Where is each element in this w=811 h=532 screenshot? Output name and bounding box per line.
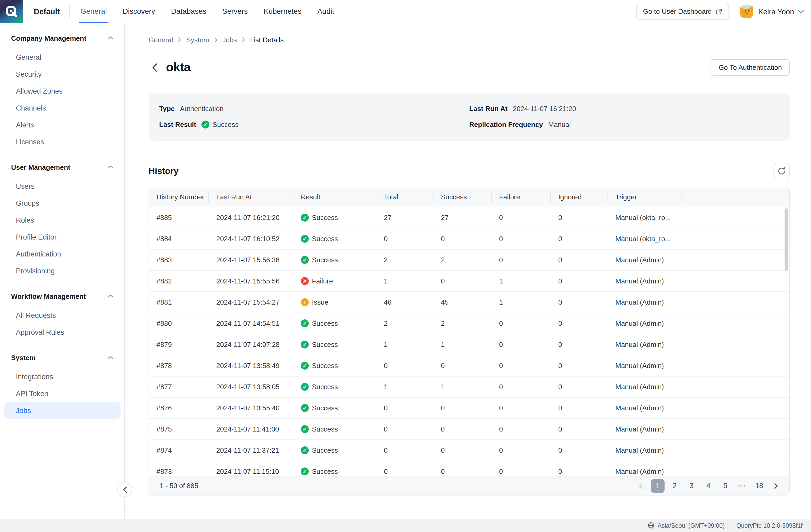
pagination-bar: 1 - 50 of 885 12345•••18 <box>149 476 789 495</box>
result-label: Success <box>312 362 338 370</box>
cell-trigger: Manual (Admin) <box>608 362 682 370</box>
table-row[interactable]: #8812024-11-07 15:54:27!Issue464510Manua… <box>149 292 789 313</box>
last-run-at-label: Last Run At <box>469 105 507 113</box>
tab-servers[interactable]: Servers <box>222 0 248 23</box>
cell-success: 2 <box>433 319 492 327</box>
cell-total: 0 <box>377 235 433 243</box>
sidebar-item-integrations[interactable]: Integrations <box>4 368 121 385</box>
cell-success: 45 <box>433 298 492 306</box>
pagination-page-3[interactable]: 3 <box>685 479 699 492</box>
pagination-page-2[interactable]: 2 <box>668 479 682 492</box>
table-row[interactable]: #8772024-11-07 13:58:05✓Success1100Manua… <box>149 377 789 398</box>
tab-audit[interactable]: Audit <box>317 0 334 23</box>
pagination-next-button[interactable] <box>769 479 783 492</box>
cell-history-number: #883 <box>149 256 209 264</box>
table-row[interactable]: #8792024-11-07 14:07:28✓Success1100Manua… <box>149 334 789 355</box>
success-check-icon: ✓ <box>201 121 209 128</box>
sidebar-item-users[interactable]: Users <box>4 178 121 195</box>
go-to-authentication-button[interactable]: Go To Authentication <box>711 59 790 76</box>
sidebar-item-allowed-zones[interactable]: Allowed Zones <box>4 82 121 100</box>
pagination-prev-button[interactable] <box>634 479 648 492</box>
chevron-up-icon <box>107 36 114 40</box>
success-status-icon: ✓ <box>301 383 309 391</box>
table-row[interactable]: #8752024-11-07 11:41:00✓Success0000Manua… <box>149 419 789 440</box>
sidebar-section-header-system[interactable]: System <box>0 352 124 363</box>
breadcrumb-item-system[interactable]: System <box>186 36 209 44</box>
table-scrollbar[interactable] <box>784 208 788 271</box>
result-label: Failure <box>312 277 333 285</box>
success-status-icon: ✓ <box>301 362 309 370</box>
sidebar-item-groups[interactable]: Groups <box>4 195 121 212</box>
sidebar-section-header-user-management[interactable]: User Management <box>0 162 124 172</box>
breadcrumb-item-general[interactable]: General <box>149 36 173 44</box>
go-to-user-dashboard-button[interactable]: Go to User Dashboard <box>636 3 729 19</box>
sidebar-section-company-management: Company ManagementGeneralSecurityAllowed… <box>0 33 124 150</box>
tab-kubernetes[interactable]: Kubernetes <box>263 0 301 23</box>
sidebar-item-profile-editor[interactable]: Profile Editor <box>4 228 121 245</box>
sidebar-collapse-button[interactable] <box>117 482 132 497</box>
cell-history-number: #881 <box>149 298 209 306</box>
back-button[interactable] <box>149 61 160 74</box>
cell-last-run-at: 2024-11-07 13:58:49 <box>209 362 293 370</box>
cell-failure: 0 <box>492 425 551 433</box>
table-row[interactable]: #8732024-11-07 11:15:10✓Success0000Manua… <box>149 461 789 476</box>
table-row[interactable]: #8762024-11-07 13:55:40✓Success0000Manua… <box>149 398 789 419</box>
sidebar-item-jobs[interactable]: Jobs <box>4 402 121 419</box>
cell-last-run-at: 2024-11-07 16:10:52 <box>209 235 293 243</box>
sidebar-item-security[interactable]: Security <box>4 65 121 82</box>
breadcrumb-item-jobs[interactable]: Jobs <box>222 36 237 44</box>
last-result-badge: ✓ Success <box>201 121 239 128</box>
cell-failure: 1 <box>492 298 551 306</box>
cell-history-number: #876 <box>149 404 209 412</box>
sidebar-item-general[interactable]: General <box>4 49 121 65</box>
nav-tabs: GeneralDiscoveryDatabasesServersKubernet… <box>80 0 350 23</box>
cell-ignored: 0 <box>551 319 608 327</box>
cell-failure: 0 <box>492 235 551 243</box>
table-row[interactable]: #8852024-11-07 16:21:20✓Success272700Man… <box>149 207 789 228</box>
pagination-page-18[interactable]: 18 <box>752 479 766 492</box>
pagination-page-1[interactable]: 1 <box>651 479 664 492</box>
table-row[interactable]: #8742024-11-07 11:37:21✓Success0000Manua… <box>149 440 789 461</box>
sidebar-item-all-requests[interactable]: All Requests <box>4 307 121 324</box>
tab-discovery[interactable]: Discovery <box>123 0 155 23</box>
pagination-page-5[interactable]: 5 <box>718 479 732 492</box>
cell-last-run-at: 2024-11-07 13:58:05 <box>209 383 293 391</box>
table-row[interactable]: #8842024-11-07 16:10:52✓Success0000Manua… <box>149 228 789 249</box>
sidebar-item-alerts[interactable]: Alerts <box>4 116 121 133</box>
dashboard-button-label: Go to User Dashboard <box>643 7 711 15</box>
result-label: Success <box>312 319 338 327</box>
table-row[interactable]: #8782024-11-07 13:58:49✓Success0000Manua… <box>149 355 789 377</box>
tab-databases[interactable]: Databases <box>171 0 206 23</box>
sidebar-section-header-workflow-management[interactable]: Workflow Management <box>0 291 124 301</box>
tab-general[interactable]: General <box>80 0 107 23</box>
breadcrumb-item-list-details: List Details <box>250 36 284 44</box>
column-header-empty <box>682 192 789 202</box>
cell-trigger: Manual (Admin) <box>608 404 682 412</box>
replication-frequency-value: Manual <box>548 121 571 128</box>
cell-failure: 0 <box>492 383 551 391</box>
sidebar-item-licenses[interactable]: Licenses <box>4 133 121 150</box>
history-title: History <box>149 166 179 176</box>
sidebar-item-channels[interactable]: Channels <box>4 100 121 116</box>
sidebar-item-approval-rules[interactable]: Approval Rules <box>4 324 121 340</box>
sidebar-item-api-token[interactable]: API Token <box>4 385 121 402</box>
user-menu[interactable]: Keira Yoon <box>729 5 804 18</box>
cell-failure: 0 <box>492 404 551 412</box>
pagination-page-4[interactable]: 4 <box>702 479 715 492</box>
sidebar-item-provisioning[interactable]: Provisioning <box>4 262 121 279</box>
table-header-row: History NumberLast Run AtResultTotalSucc… <box>149 187 789 207</box>
cell-trigger: Manual (okta_ro... <box>608 235 682 243</box>
success-status-icon: ✓ <box>301 256 309 264</box>
cell-result: !Issue <box>293 298 377 306</box>
sidebar-section-workflow-management: Workflow ManagementAll RequestsApproval … <box>0 291 124 340</box>
table-row[interactable]: #8802024-11-07 14:54:51✓Success2200Manua… <box>149 313 789 334</box>
cell-result: ✕Failure <box>293 277 377 285</box>
page-title-row: okta Go To Authentication <box>149 59 790 76</box>
sidebar-item-authentication[interactable]: Authentication <box>4 245 121 262</box>
sidebar-section-header-company-management[interactable]: Company Management <box>0 33 124 43</box>
table-row[interactable]: #8822024-11-07 15:55:56✕Failure1010Manua… <box>149 271 789 292</box>
refresh-button[interactable] <box>774 163 790 179</box>
sidebar-item-roles[interactable]: Roles <box>4 212 121 228</box>
table-row[interactable]: #8832024-11-07 15:56:38✓Success2200Manua… <box>149 249 789 271</box>
cell-total: 0 <box>377 468 433 475</box>
